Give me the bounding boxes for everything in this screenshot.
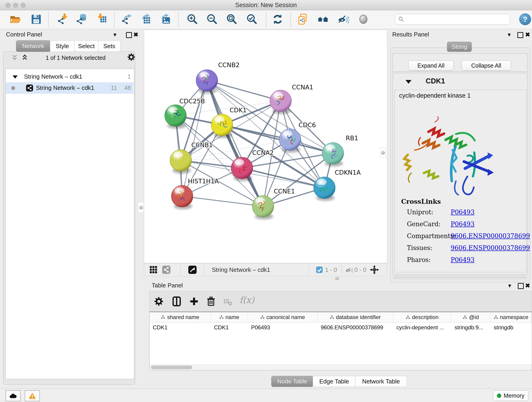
table-cell[interactable]: CDK1 (211, 322, 248, 332)
column-header-description[interactable]: description (393, 312, 451, 322)
results-panel-float-icon[interactable]: ▾ (508, 32, 511, 38)
control-panel-close-icon[interactable]: ✖ (133, 32, 138, 38)
hidden-eye-slash-icon[interactable] (345, 266, 353, 274)
crosslink-row: Pharos:P06493 (389, 256, 527, 265)
create-column-plus-icon[interactable] (189, 296, 199, 306)
hide-selected-icon[interactable] (337, 13, 350, 26)
import-network-file-icon[interactable] (56, 13, 69, 26)
tab-sets[interactable]: Sets (98, 40, 120, 52)
warning-icon (28, 392, 36, 400)
crosslink-value-link[interactable]: P06493 (451, 220, 475, 228)
column-header-namespace[interactable]: namespace (491, 312, 532, 322)
table-options-gear-icon[interactable] (154, 296, 164, 306)
control-panel-float-icon[interactable]: ▾ (114, 32, 116, 38)
show-columns-icon[interactable] (172, 296, 182, 306)
open-session-icon[interactable] (9, 13, 22, 26)
import-network-database-icon[interactable] (75, 13, 88, 26)
expand-all-chevron-icon[interactable] (21, 54, 28, 61)
selected-checkbox-icon[interactable] (316, 266, 323, 273)
search-input[interactable] (395, 14, 510, 25)
network-node-RB1[interactable]: RB1 (322, 134, 358, 166)
memory-button[interactable]: Memory (493, 390, 528, 401)
tab-network-table[interactable]: Network Table (355, 376, 407, 387)
import-table-icon[interactable] (95, 13, 108, 26)
zoom-in-icon[interactable] (186, 13, 199, 26)
network-share-icon[interactable] (162, 265, 171, 274)
table-cell[interactable]: CDK1 (150, 322, 211, 332)
crosslink-value-link[interactable]: P06493 (451, 256, 475, 263)
crosslink-row: Tissues:9606.ENSP00000378699 (389, 244, 527, 254)
table-panel-undock-icon[interactable] (518, 283, 524, 289)
network-options-gear-icon[interactable] (127, 53, 136, 61)
table-hscrollbar-track[interactable] (150, 364, 532, 370)
right-splitter-handle[interactable] (380, 147, 386, 158)
crosslink-value-link[interactable]: 9606.ENSP00000378699 (451, 232, 530, 240)
fit-selected-crosshair-icon[interactable] (370, 265, 379, 274)
help-icon[interactable]: ? (519, 13, 531, 25)
network-graph[interactable]: CCNB2 CCNA1 CDC25B CDK1 CDC6 (144, 30, 387, 263)
tab-string[interactable]: String (447, 42, 472, 52)
network-node-CDKN1A[interactable]: CDKN1A (314, 169, 361, 201)
expand-all-button[interactable]: Expand All (408, 61, 454, 70)
snapshot-icon[interactable] (297, 13, 309, 26)
table-panel-float-icon[interactable]: ▾ (508, 283, 511, 288)
search-input-wrap (395, 14, 510, 25)
export-table-icon[interactable] (140, 13, 152, 26)
table-hscrollbar-thumb[interactable] (151, 366, 192, 369)
horizontal-splitter-handle[interactable] (335, 277, 339, 280)
column-header-@id[interactable]: @id (451, 312, 491, 322)
warning-status-button[interactable] (25, 390, 40, 401)
tab-style[interactable]: Style (50, 40, 75, 52)
left-splitter-handle[interactable] (138, 202, 144, 213)
network-node-CCNB1[interactable]: CCNB1 (170, 141, 213, 173)
delete-column-trash-icon[interactable] (206, 296, 216, 306)
save-session-icon[interactable] (30, 13, 43, 26)
tree-expand-triangle-icon[interactable] (13, 75, 18, 79)
table-panel-close-icon[interactable]: ✖ (525, 283, 530, 288)
cloud-status-button[interactable] (6, 390, 21, 401)
table-cell[interactable]: stringdb (491, 322, 532, 332)
control-panel-undock-icon[interactable] (126, 32, 132, 38)
table-row[interactable]: CDK1CDK1P064939606.ENSP00000378699cyclin… (150, 322, 532, 332)
tab-edge-table[interactable]: Edge Table (313, 376, 355, 387)
results-panel-close-icon[interactable]: ✖ (525, 32, 530, 38)
node-label: CDKN1A (335, 169, 361, 176)
export-network-icon[interactable] (120, 13, 133, 26)
network-node-CCNA1[interactable]: CCNA1 (270, 84, 313, 114)
crosslink-value-link[interactable]: 9606.ENSP00000378699 (451, 244, 530, 251)
network-tree-root-row[interactable]: String Network – cdk1 1 (6, 72, 133, 82)
network-node-CCNE1[interactable]: CCNE1 (252, 188, 295, 219)
collapse-all-button[interactable]: Collapse All (462, 61, 511, 70)
entry-collapse-triangle-icon[interactable] (405, 80, 412, 84)
tab-select[interactable]: Select (74, 40, 99, 52)
column-header-name[interactable]: name (211, 312, 248, 322)
zoom-fit-icon[interactable] (225, 13, 238, 26)
column-header-canonical-name[interactable]: canonical name (248, 312, 317, 322)
show-all-icon[interactable] (357, 13, 370, 26)
zoom-out-icon[interactable] (206, 13, 219, 26)
table-cell[interactable]: stringdb:9... (451, 322, 491, 332)
export-image-icon[interactable] (159, 13, 172, 26)
network-node-CDC25B[interactable]: CDC25B (165, 98, 205, 128)
column-header-shared-name[interactable]: shared name (150, 312, 211, 322)
houses-icon[interactable] (317, 13, 329, 26)
column-header-database-identifier[interactable]: database identifier (317, 312, 393, 322)
crosslinks-list: Uniprot:P06493GeneCard:P06493Compartment… (389, 209, 527, 273)
network-tree-child-row[interactable]: String Network – cdk1 11 48 (6, 82, 133, 94)
crosslink-label: Compartments: (407, 232, 456, 240)
results-scrollbar-track[interactable] (393, 275, 527, 279)
grid-view-icon[interactable] (149, 265, 158, 274)
birds-eye-view-icon[interactable] (188, 265, 197, 274)
crosslink-row: Compartments:9606.ENSP00000378699 (389, 232, 527, 242)
network-node-HIST1H1A[interactable]: HIST1H1A (171, 178, 219, 209)
tab-node-table[interactable]: Node Table (271, 376, 313, 387)
table-cell[interactable]: 9606.ENSP00000378699 (317, 322, 393, 332)
results-panel-undock-icon[interactable] (517, 32, 523, 38)
tab-network[interactable]: Network (16, 40, 51, 52)
zoom-selected-icon[interactable] (246, 13, 259, 26)
collapse-all-chevron-icon[interactable] (11, 54, 18, 61)
table-cell[interactable]: cyclin-dependent ... (393, 322, 451, 332)
crosslink-value-link[interactable]: P06493 (451, 209, 475, 216)
refresh-layout-icon[interactable] (271, 13, 284, 26)
table-cell[interactable]: P06493 (248, 322, 317, 332)
